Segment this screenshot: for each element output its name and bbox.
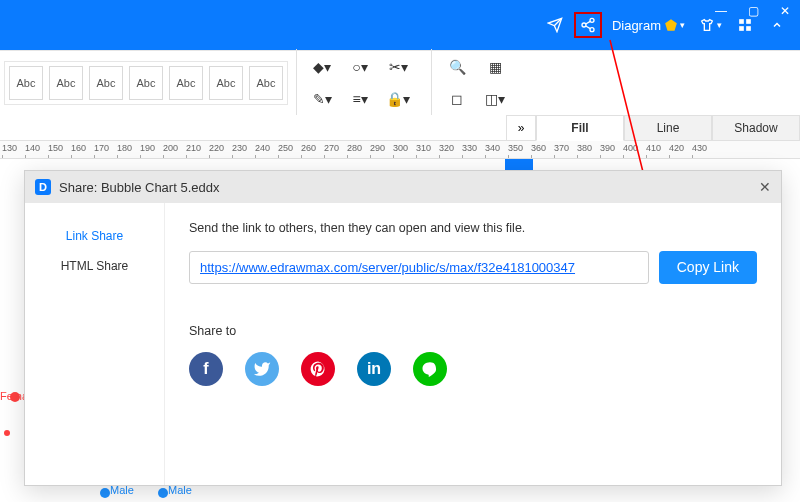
ruler-tick: 240 — [255, 143, 270, 157]
right-panel-tabs: » Fill Line Shadow — [0, 115, 800, 141]
tab-fill[interactable]: Fill — [536, 115, 624, 141]
bubble-dot — [100, 488, 110, 498]
style-swatch[interactable]: Abc — [249, 66, 283, 100]
ruler-tick: 350 — [508, 143, 523, 157]
sidebar-item-link-share[interactable]: Link Share — [25, 221, 164, 251]
svg-rect-6 — [739, 19, 744, 24]
ruler-tick: 250 — [278, 143, 293, 157]
diagram-menu[interactable]: Diagram ▾ — [608, 12, 689, 38]
select-icon[interactable]: ◻ — [440, 85, 474, 113]
fill-icon[interactable]: ◆▾ — [305, 53, 339, 81]
distribute-icon[interactable]: ◫▾ — [478, 85, 512, 113]
ruler-tick: 160 — [71, 143, 86, 157]
maximize-button[interactable]: ▢ — [746, 4, 760, 18]
share-to-label: Share to — [189, 324, 757, 338]
svg-rect-8 — [739, 26, 744, 31]
svg-point-1 — [582, 23, 586, 27]
dialog-close-icon[interactable]: ✕ — [759, 179, 771, 195]
ruler-tick: 390 — [600, 143, 615, 157]
ruler-tick: 320 — [439, 143, 454, 157]
tab-line[interactable]: Line — [624, 115, 712, 141]
app-logo-icon: D — [35, 179, 51, 195]
ribbon: Abc Abc Abc Abc Abc Abc Abc ◆▾ ○▾ ✂▾ ✎▾ … — [0, 50, 800, 115]
style-gallery: Abc Abc Abc Abc Abc Abc Abc — [4, 61, 288, 105]
copy-link-button[interactable]: Copy Link — [659, 251, 757, 284]
twitter-icon[interactable] — [245, 352, 279, 386]
style-swatch[interactable]: Abc — [209, 66, 243, 100]
bubble-dot — [158, 488, 168, 498]
view-tools-group: 🔍 ▦ ◻ ◫▾ — [431, 49, 520, 117]
ruler-tick: 380 — [577, 143, 592, 157]
svg-marker-5 — [665, 19, 677, 31]
ruler-tick: 340 — [485, 143, 500, 157]
share-dialog: D Share: Bubble Chart 5.eddx ✕ Link Shar… — [24, 170, 782, 486]
style-swatch[interactable]: Abc — [49, 66, 83, 100]
ruler-tick: 430 — [692, 143, 707, 157]
facebook-icon[interactable]: f — [189, 352, 223, 386]
ruler-tick: 400 — [623, 143, 638, 157]
ruler-tick: 370 — [554, 143, 569, 157]
dialog-title: Share: Bubble Chart 5.eddx — [59, 180, 219, 195]
style-swatch[interactable]: Abc — [9, 66, 43, 100]
line-icon[interactable] — [413, 352, 447, 386]
linestyle-icon[interactable]: ≡▾ — [343, 85, 377, 113]
share-icon[interactable] — [574, 12, 602, 38]
ruler-tick: 200 — [163, 143, 178, 157]
svg-rect-9 — [746, 26, 751, 31]
svg-rect-7 — [746, 19, 751, 24]
tab-shadow[interactable]: Shadow — [712, 115, 800, 141]
ruler-tick: 230 — [232, 143, 247, 157]
ruler-tick: 140 — [25, 143, 40, 157]
ruler-tick: 170 — [94, 143, 109, 157]
format-tools-group: ◆▾ ○▾ ✂▾ ✎▾ ≡▾ 🔒▾ — [296, 49, 423, 117]
ruler-tick: 280 — [347, 143, 362, 157]
lock-icon[interactable]: 🔒▾ — [381, 85, 415, 113]
svg-point-2 — [590, 28, 594, 32]
svg-point-0 — [590, 18, 594, 22]
share-url-field[interactable]: https://www.edrawmax.com/server/public/s… — [189, 251, 649, 284]
shape-icon[interactable]: ○▾ — [343, 53, 377, 81]
ruler-tick: 190 — [140, 143, 155, 157]
crop-icon[interactable]: ✂▾ — [381, 53, 415, 81]
app-titlebar: — ▢ ✕ Diagram ▾ ▾ — [0, 0, 800, 50]
style-swatch[interactable]: Abc — [169, 66, 203, 100]
style-swatch[interactable]: Abc — [129, 66, 163, 100]
share-instruction: Send the link to others, then they can o… — [189, 221, 757, 235]
dialog-titlebar: D Share: Bubble Chart 5.eddx ✕ — [25, 171, 781, 203]
close-button[interactable]: ✕ — [778, 4, 792, 18]
ruler-tick: 260 — [301, 143, 316, 157]
ruler-tick: 220 — [209, 143, 224, 157]
ruler-tick: 150 — [48, 143, 63, 157]
social-buttons: f in — [189, 352, 757, 386]
ruler-tick: 270 — [324, 143, 339, 157]
ruler-tick: 310 — [416, 143, 431, 157]
ruler-tick: 180 — [117, 143, 132, 157]
ruler-tick: 290 — [370, 143, 385, 157]
bubble-dot — [4, 430, 10, 436]
ruler-tick: 410 — [646, 143, 661, 157]
ruler-tick: 360 — [531, 143, 546, 157]
layout-icon[interactable]: ▦ — [478, 53, 512, 81]
ruler-tick: 300 — [393, 143, 408, 157]
chevron-down-icon: ▾ — [717, 20, 722, 30]
svg-line-4 — [586, 26, 591, 29]
horizontal-ruler: 1301401501601701801902002102202302402502… — [0, 141, 800, 159]
chevron-down-icon: ▾ — [680, 20, 685, 30]
search-icon[interactable]: 🔍 — [440, 53, 474, 81]
ruler-tick: 420 — [669, 143, 684, 157]
send-icon[interactable] — [542, 12, 568, 38]
linkedin-icon[interactable]: in — [357, 352, 391, 386]
pinterest-icon[interactable] — [301, 352, 335, 386]
ruler-tick: 130 — [2, 143, 17, 157]
share-sidebar: Link Share HTML Share — [25, 203, 165, 485]
tab-spacer — [0, 115, 506, 141]
ruler-tick: 330 — [462, 143, 477, 157]
expand-panel-icon[interactable]: » — [506, 115, 536, 141]
sidebar-item-html-share[interactable]: HTML Share — [25, 251, 164, 281]
window-controls: — ▢ ✕ — [714, 4, 792, 18]
minimize-button[interactable]: — — [714, 4, 728, 18]
style-swatch[interactable]: Abc — [89, 66, 123, 100]
pen-icon[interactable]: ✎▾ — [305, 85, 339, 113]
svg-line-3 — [586, 21, 591, 24]
share-content: Send the link to others, then they can o… — [165, 203, 781, 485]
